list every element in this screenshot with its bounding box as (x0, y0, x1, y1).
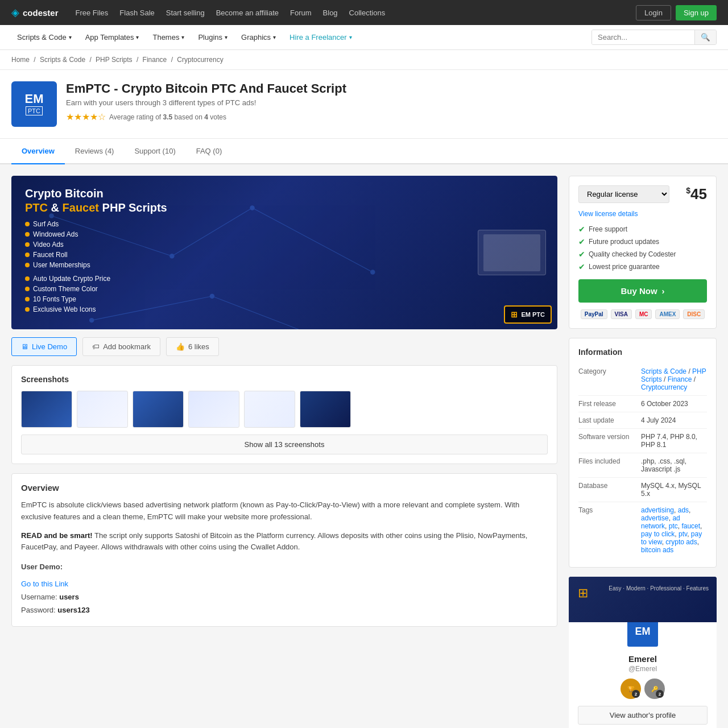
login-button[interactable]: Login (636, 5, 671, 20)
author-badge-1: 🏆 2 (621, 679, 641, 699)
tag-crypto-ads[interactable]: crypto ads (665, 538, 697, 546)
tags-value: advertising, ads, advertise, ad network,… (641, 506, 707, 554)
tab-overview[interactable]: Overview (11, 139, 65, 164)
main-content: Crypto Bitcoin PTC & Faucet PHP Scripts … (11, 176, 557, 728)
screenshot-thumb[interactable] (300, 391, 351, 428)
show-all-screenshots-button[interactable]: Show all 13 screenshots (21, 435, 548, 454)
discover-icon: DISC (683, 309, 705, 319)
nav-flash-sale[interactable]: Flash Sale (119, 9, 154, 17)
breadcrumb-cryptocurrency[interactable]: Cryptocurrency (177, 56, 223, 64)
info-row-files-included: Files included .php, .css, .sql, Javascr… (578, 453, 707, 478)
screenshot-thumb[interactable] (77, 391, 128, 428)
info-row-database: Database MySQL 4.x, MySQL 5.x (578, 478, 707, 502)
breadcrumb-scripts-code[interactable]: Scripts & Code (40, 56, 85, 64)
chevron-down-icon: ▾ (136, 34, 139, 40)
nav-collections[interactable]: Collections (349, 9, 386, 17)
nav-graphics[interactable]: Graphics ▾ (235, 30, 282, 45)
secondary-navigation: Scripts & Code ▾ App Templates ▾ Themes … (0, 25, 728, 50)
product-header: EM PTC EmPTC - Crypto Bitcoin PTC And Fa… (0, 70, 728, 139)
screenshot-thumb[interactable] (188, 391, 239, 428)
overview-para2-text: The script only supports Satoshi of Bitc… (21, 531, 527, 552)
info-row-category: Category Scripts & Code / PHP Scripts / … (578, 363, 707, 396)
tag-faucet[interactable]: faucet (681, 522, 700, 530)
tag-ptv[interactable]: ptv (679, 530, 687, 538)
category-link-scripts[interactable]: Scripts & Code (641, 367, 686, 375)
action-buttons: 🖥 Live Demo 🏷 Add bookmark 👍 6 likes (11, 337, 557, 356)
purchase-features-list: ✔ Free support ✔ Future product updates … (578, 225, 707, 271)
svg-point-10 (210, 294, 214, 299)
view-license-link[interactable]: View license details (578, 210, 707, 218)
top-navigation: ◈ codester Free Files Flash Sale Start s… (0, 0, 728, 25)
tag-ads[interactable]: ads (678, 506, 689, 514)
search-button[interactable]: 🔍 (694, 30, 716, 44)
payment-icons: PayPal VISA MC AMEX DISC (578, 309, 707, 319)
tag-pay-to-click[interactable]: pay to click (641, 530, 675, 538)
svg-point-7 (250, 205, 254, 210)
chevron-down-icon: ▾ (181, 34, 184, 40)
author-badges: 🏆 2 🔑 2 (621, 679, 665, 699)
product-info: EmPTC - Crypto Bitcoin PTC And Faucet Sc… (66, 81, 346, 122)
tag-advertise[interactable]: advertise (641, 514, 669, 522)
feature-free-support: ✔ Free support (578, 225, 707, 234)
breadcrumb-php-scripts[interactable]: PHP Scripts (96, 56, 132, 64)
price-display: $45 (686, 185, 707, 203)
nav-blog[interactable]: Blog (323, 9, 338, 17)
nav-forum[interactable]: Forum (290, 9, 312, 17)
network-bg-svg (11, 176, 557, 329)
thumbs-up-icon: 👍 (176, 342, 185, 351)
tag-bitcoin-ads[interactable]: bitcoin ads (641, 546, 673, 554)
product-image: Crypto Bitcoin PTC & Faucet PHP Scripts … (11, 176, 557, 329)
tag-ptc[interactable]: ptc (669, 522, 678, 530)
badge-sub-2: 2 (656, 690, 664, 698)
feature-lowest-price: ✔ Lowest price guarantee (578, 262, 707, 271)
svg-line-0 (52, 216, 172, 257)
logo[interactable]: ◈ codester (11, 6, 59, 19)
author-badge-2: 🔑 2 (644, 679, 665, 699)
nav-plugins[interactable]: Plugins ▾ (192, 30, 233, 45)
nav-start-selling[interactable]: Start selling (166, 9, 205, 17)
buy-now-button[interactable]: Buy Now › (578, 279, 707, 303)
chevron-down-icon: ▾ (273, 34, 276, 40)
signup-button[interactable]: Sign up (676, 5, 717, 20)
svg-point-5 (49, 213, 53, 218)
user-demo-link[interactable]: Go to this Link (21, 580, 68, 588)
breadcrumb-home[interactable]: Home (11, 56, 30, 64)
author-banner: ⊞ Easy · Modern · Professional · Feature… (569, 577, 717, 622)
tab-support[interactable]: Support (10) (124, 139, 185, 164)
nav-themes[interactable]: Themes ▾ (147, 30, 190, 45)
tab-reviews[interactable]: Reviews (4) (65, 139, 125, 164)
likes-button[interactable]: 👍 6 likes (166, 337, 219, 356)
svg-point-9 (89, 318, 94, 322)
screenshot-thumb[interactable] (133, 391, 184, 428)
screenshot-thumb[interactable] (244, 391, 295, 428)
tab-faq[interactable]: FAQ (0) (186, 139, 233, 164)
amex-icon: AMEX (655, 309, 680, 319)
nav-app-templates[interactable]: App Templates ▾ (80, 30, 145, 45)
author-logo-icon: ⊞ (578, 586, 588, 601)
password-row: Password: users123 (21, 603, 548, 617)
screenshots-title: Screenshots (21, 375, 548, 384)
view-author-profile-button[interactable]: View author's profile (578, 706, 708, 725)
category-value: Scripts & Code / PHP Scripts / Finance /… (641, 367, 707, 391)
tag-advertising[interactable]: advertising (641, 506, 674, 514)
nav-affiliate[interactable]: Become an affiliate (216, 9, 279, 17)
nav-free-files[interactable]: Free Files (76, 9, 109, 17)
license-select[interactable]: Regular licenseExtended license (578, 185, 669, 203)
product-rating: ★★★★☆ Average rating of 3.5 based on 4 v… (66, 111, 346, 122)
category-link-crypto[interactable]: Cryptocurrency (641, 383, 687, 391)
add-bookmark-button[interactable]: 🏷 Add bookmark (82, 337, 160, 356)
screenshots-grid (21, 391, 548, 428)
search-input[interactable] (592, 30, 694, 44)
nav-hire-freelancer[interactable]: Hire a Freelancer ▾ (284, 30, 357, 45)
live-demo-button[interactable]: 🖥 Live Demo (11, 337, 77, 356)
arrow-right-icon: › (662, 286, 665, 296)
nav-scripts-code[interactable]: Scripts & Code ▾ (11, 30, 77, 45)
author-info: EM Emerel @Emerel 🏆 2 🔑 2 View author's … (569, 622, 717, 728)
category-link-finance[interactable]: Finance (668, 375, 692, 383)
logo-ptc-text: PTC (26, 106, 43, 115)
sec-nav-items: Scripts & Code ▾ App Templates ▾ Themes … (11, 30, 592, 45)
svg-point-6 (169, 254, 174, 258)
paypal-icon: PayPal (581, 309, 607, 319)
breadcrumb-finance[interactable]: Finance (143, 56, 167, 64)
screenshot-thumb[interactable] (21, 391, 72, 428)
